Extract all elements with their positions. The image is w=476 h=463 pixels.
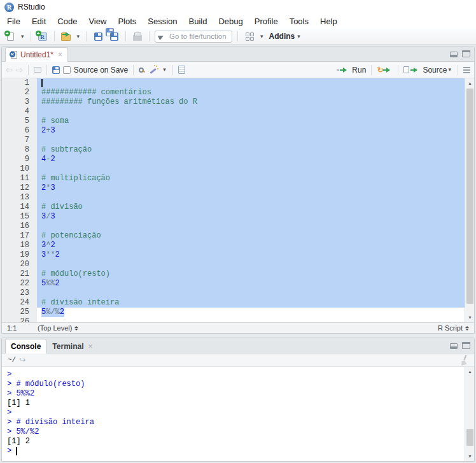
source-button[interactable]: Source ▾: [403, 63, 452, 76]
toolbar-separator: [172, 65, 173, 75]
tab-close-icon[interactable]: ×: [58, 50, 62, 59]
menu-item-profile[interactable]: Profile: [249, 15, 284, 27]
code-line[interactable]: 3^2: [37, 241, 465, 250]
forward-icon[interactable]: ⇨: [16, 65, 23, 75]
rerun-button[interactable]: ↻: [377, 63, 393, 76]
code-line[interactable]: [37, 193, 465, 203]
document-outline-icon[interactable]: [463, 67, 470, 73]
save-icon: [94, 32, 102, 41]
pane-layout-caret-icon[interactable]: ▾: [259, 30, 265, 43]
code-line[interactable]: 2*3: [37, 183, 465, 193]
source-page-icon: [403, 66, 409, 73]
tab-untitled1[interactable]: R Untitled1* ×: [5, 47, 68, 62]
code-line[interactable]: [37, 164, 465, 174]
code-tools-icon[interactable]: [149, 65, 158, 75]
code-line[interactable]: # subtração: [37, 145, 465, 155]
back-icon[interactable]: ⇦: [6, 65, 13, 75]
new-file-caret-icon[interactable]: ▾: [20, 30, 25, 43]
menu-item-help[interactable]: Help: [314, 15, 343, 27]
console-scrollbar[interactable]: ▲ ▼: [465, 367, 474, 461]
menu-item-session[interactable]: Session: [142, 15, 183, 27]
menu-item-plots[interactable]: Plots: [112, 15, 142, 27]
print-button[interactable]: [131, 30, 144, 43]
save-source-icon[interactable]: [52, 66, 60, 74]
tab-terminal[interactable]: Terminal ×: [46, 339, 98, 353]
menu-item-build[interactable]: Build: [183, 15, 213, 27]
code-line[interactable]: # multiplicação: [37, 174, 465, 183]
scroll-up-icon[interactable]: ▲: [465, 367, 474, 376]
code-token-comment: ######### funções aritméticas do R: [41, 97, 197, 106]
save-button[interactable]: [92, 30, 104, 43]
compile-report-icon[interactable]: [178, 66, 185, 74]
menu-item-code[interactable]: Code: [52, 15, 83, 27]
menu-item-edit[interactable]: Edit: [26, 15, 52, 27]
code-line[interactable]: 5%%2: [37, 279, 465, 288]
code-line[interactable]: [37, 288, 465, 298]
addins-button[interactable]: Addins ▾: [268, 30, 302, 43]
minimize-icon[interactable]: [450, 343, 458, 349]
code-editor[interactable]: 1234567891011121314151617181920212223242…: [2, 78, 474, 322]
code-line[interactable]: # divisão inteira: [37, 298, 465, 308]
menu-item-view[interactable]: View: [83, 15, 112, 27]
code-line[interactable]: [37, 260, 465, 269]
working-directory[interactable]: ~/: [8, 356, 16, 364]
new-file-button[interactable]: +: [4, 30, 17, 43]
code-line[interactable]: 2+3: [37, 126, 465, 136]
maximize-icon[interactable]: [462, 50, 470, 57]
code-line[interactable]: ######### funções aritméticas do R: [37, 97, 465, 107]
scope-selector[interactable]: (Top Level): [38, 324, 78, 332]
pane-layout-button[interactable]: [243, 30, 256, 43]
maximize-icon[interactable]: [462, 342, 470, 349]
menu-item-tools[interactable]: Tools: [284, 15, 314, 27]
scroll-down-icon[interactable]: ▼: [465, 452, 474, 461]
console-toolbar: ~/ ↪: [2, 353, 474, 367]
scroll-up-icon[interactable]: ▲: [465, 78, 474, 88]
code-line[interactable]: 4-2: [37, 155, 465, 164]
console-line: >: [7, 446, 464, 456]
goto-directory-icon[interactable]: ↪: [19, 355, 25, 364]
goto-file-input[interactable]: [169, 32, 230, 40]
file-type-selector[interactable]: R Script: [438, 324, 469, 332]
open-file-button[interactable]: [60, 30, 73, 43]
code-tools-caret-icon[interactable]: ▾: [162, 63, 167, 76]
code-token-comment: # divisão: [41, 203, 83, 211]
code-line[interactable]: # divisão: [37, 203, 465, 212]
tab-console[interactable]: Console: [5, 339, 46, 353]
code-text-area[interactable]: ############ comentários######### funçõe…: [37, 78, 465, 322]
minimize-icon[interactable]: [450, 52, 458, 57]
menu-item-debug[interactable]: Debug: [213, 15, 248, 27]
goto-file-search[interactable]: [155, 31, 232, 43]
code-line[interactable]: # soma: [37, 117, 465, 126]
editor-scrollbar[interactable]: ▲ ▼: [465, 78, 474, 322]
clear-console-icon[interactable]: [458, 354, 469, 366]
find-replace-icon[interactable]: [139, 68, 144, 73]
code-line[interactable]: [37, 317, 465, 322]
console-input-area[interactable]: > > # módulo(resto)> 5%%2[1] 1> > # divi…: [2, 367, 464, 461]
code-line[interactable]: # módulo(resto): [37, 269, 465, 279]
scrollbar-thumb[interactable]: [466, 89, 473, 304]
code-line[interactable]: [37, 222, 465, 231]
code-line[interactable]: 5%/%2: [37, 308, 465, 317]
scrollbar-thumb[interactable]: [466, 429, 473, 446]
save-all-button[interactable]: [108, 30, 120, 43]
run-button[interactable]: Run: [337, 63, 366, 76]
console-output: [1] 2: [7, 437, 30, 446]
code-line[interactable]: [37, 107, 465, 117]
new-project-button[interactable]: R+: [36, 30, 49, 43]
line-number: 21: [2, 269, 37, 279]
source-on-save-checkbox[interactable]: [63, 66, 71, 74]
run-label: Run: [352, 66, 366, 75]
open-in-new-window-icon[interactable]: [34, 67, 41, 73]
open-file-caret-icon[interactable]: ▾: [76, 30, 81, 43]
terminal-close-icon[interactable]: ×: [88, 342, 92, 351]
code-line[interactable]: 3**2: [37, 250, 465, 260]
code-line[interactable]: # potenciação: [37, 231, 465, 241]
menu-item-file[interactable]: File: [1, 15, 26, 27]
code-line[interactable]: ############ comentários: [37, 88, 465, 97]
code-line[interactable]: [37, 136, 465, 145]
scroll-down-icon[interactable]: ▼: [465, 313, 474, 322]
toolbar-separator: [398, 65, 398, 75]
line-number: 25: [2, 308, 37, 317]
code-line[interactable]: 3/3: [37, 212, 465, 222]
code-line[interactable]: [37, 78, 465, 88]
